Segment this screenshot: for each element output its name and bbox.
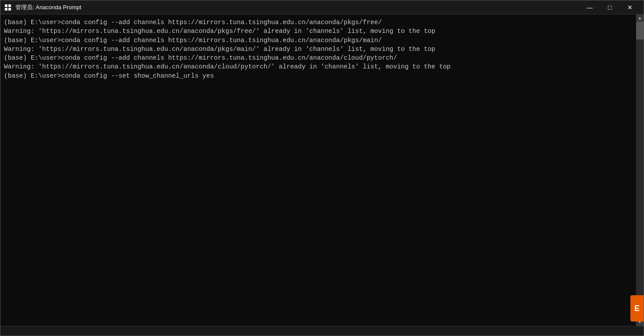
title-bar: 管理员: Anaconda Prompt — □ ✕	[0, 0, 644, 14]
scrollbar[interactable]: ▲ ▼	[636, 14, 644, 326]
terminal-line: Warning: 'https://mirrors.tuna.tsinghua.…	[4, 27, 644, 36]
terminal-line: (base) E:\user>conda config --add channe…	[4, 54, 644, 62]
window-title: 管理员: Anaconda Prompt	[15, 4, 580, 11]
terminal-line: Warning: 'https://mirrors.tuna.tsinghua.…	[4, 45, 644, 54]
terminal-line: (base) E:\user>conda config --add channe…	[4, 18, 644, 27]
scroll-up-arrow[interactable]: ▲	[636, 14, 644, 22]
svg-rect-2	[5, 8, 7, 11]
window-icon	[4, 4, 12, 11]
anaconda-prompt-window: 管理员: Anaconda Prompt — □ ✕ (base) E:\use…	[0, 0, 644, 336]
window-controls: — □ ✕	[580, 0, 640, 14]
scroll-thumb[interactable]	[636, 22, 644, 39]
terminal-line: Warning: 'https://mirrors.tuna.tsinghua.…	[4, 62, 644, 71]
minimize-button[interactable]: —	[580, 0, 600, 14]
terminal-output: (base) E:\user>conda config --add channe…	[4, 18, 644, 80]
terminal-body[interactable]: (base) E:\user>conda config --add channe…	[0, 14, 644, 326]
watermark: E	[630, 295, 644, 322]
scroll-track[interactable]	[636, 22, 644, 318]
status-bar	[0, 326, 644, 336]
svg-rect-0	[5, 4, 7, 7]
terminal-line: (base) E:\user>conda config --set show_c…	[4, 71, 644, 80]
svg-rect-1	[8, 4, 11, 7]
terminal-line: (base) E:\user>conda config --add channe…	[4, 36, 644, 45]
svg-rect-3	[8, 8, 11, 11]
close-button[interactable]: ✕	[620, 0, 640, 14]
maximize-button[interactable]: □	[600, 0, 620, 14]
